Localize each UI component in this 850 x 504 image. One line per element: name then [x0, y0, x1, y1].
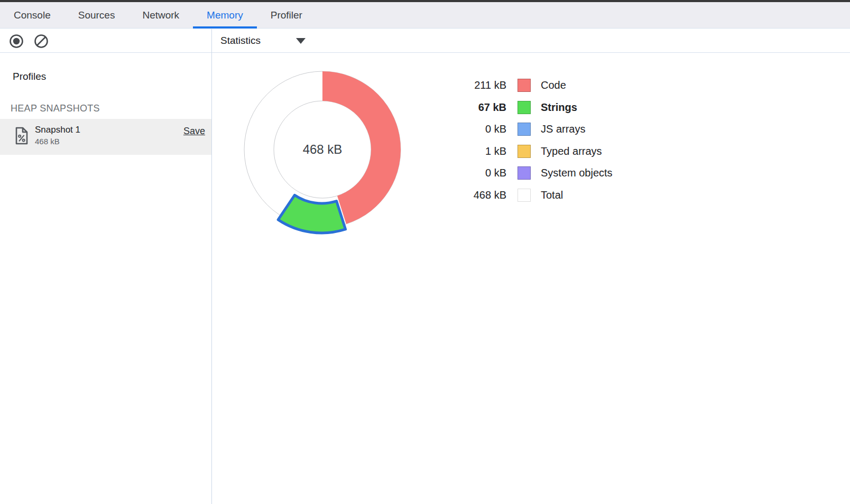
tab-sources[interactable]: Sources — [64, 2, 129, 28]
tab-profiler[interactable]: Profiler — [257, 2, 316, 28]
snapshot-list-item[interactable]: Snapshot 1 468 kB Save — [0, 119, 211, 155]
legend-swatch-js-arrays — [518, 123, 531, 136]
legend-value: 211 kB — [448, 79, 506, 91]
statistics-view-label: Statistics — [220, 35, 261, 46]
legend-label: Total — [541, 189, 563, 201]
legend-label: System objects — [541, 167, 613, 179]
legend-row-typed-arrays[interactable]: 1 kB Typed arrays — [448, 141, 613, 163]
tab-console[interactable]: Console — [0, 2, 64, 28]
clear-all-icon — [33, 33, 49, 49]
dropdown-arrow-icon — [296, 38, 306, 44]
legend-label: Typed arrays — [541, 145, 602, 157]
legend-label: Code — [541, 79, 566, 91]
statistics-panel: 468 kB 211 kB Code 67 kB Strings 0 kB JS… — [212, 53, 850, 504]
heap-snapshot-file-icon — [14, 127, 29, 145]
statistics-view-dropdown[interactable]: Statistics — [220, 29, 316, 52]
devtools-tabbar: Console Sources Network Memory Profiler — [0, 2, 850, 29]
legend-swatch-total — [518, 189, 531, 202]
donut-center-label: 468 kB — [303, 142, 343, 156]
legend-value: 468 kB — [448, 189, 506, 201]
profiles-heading: Profiles — [13, 71, 46, 82]
legend-value: 0 kB — [448, 167, 506, 179]
statistics-legend: 211 kB Code 67 kB Strings 0 kB JS arrays… — [448, 74, 613, 206]
record-heap-snapshot-button[interactable] — [8, 33, 24, 49]
snapshot-size: 468 kB — [35, 137, 60, 146]
heap-snapshots-section-heading: HEAP SNAPSHOTS — [11, 103, 100, 114]
legend-value: 67 kB — [448, 101, 506, 114]
legend-swatch-system-objects — [518, 166, 531, 180]
legend-value: 0 kB — [448, 123, 506, 135]
legend-label: Strings — [541, 101, 577, 114]
heap-statistics-donut-chart: 468 kB — [235, 62, 415, 242]
legend-row-strings[interactable]: 67 kB Strings — [448, 97, 613, 119]
devtools-window: Console Sources Network Memory Profiler … — [0, 0, 850, 504]
legend-value: 1 kB — [448, 145, 506, 157]
donut-slice-strings[interactable] — [278, 195, 345, 233]
legend-swatch-typed-arrays — [518, 145, 531, 158]
legend-swatch-code — [518, 79, 531, 92]
tab-network[interactable]: Network — [128, 2, 193, 28]
clear-profiles-button[interactable] — [33, 33, 49, 49]
legend-row-js-arrays[interactable]: 0 kB JS arrays — [448, 118, 613, 141]
legend-label: JS arrays — [541, 123, 585, 135]
snapshot-title: Snapshot 1 — [35, 125, 80, 135]
memory-toolbar: Statistics — [0, 29, 850, 53]
profiles-sidebar: Profiles HEAP SNAPSHOTS Snapshot 1 468 k… — [0, 53, 211, 504]
tab-memory[interactable]: Memory — [193, 2, 257, 28]
legend-row-total[interactable]: 468 kB Total — [448, 184, 613, 207]
record-icon — [8, 33, 24, 49]
save-snapshot-link[interactable]: Save — [183, 126, 205, 137]
legend-row-system-objects[interactable]: 0 kB System objects — [448, 162, 613, 184]
legend-swatch-strings — [518, 101, 531, 114]
legend-row-code[interactable]: 211 kB Code — [448, 74, 613, 97]
